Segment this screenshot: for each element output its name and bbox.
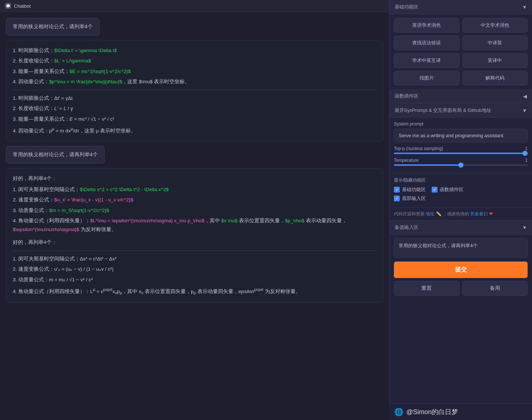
system-prompt-label: System prompt (394, 121, 528, 127)
temperature-slider-row: Temperature 1 (394, 158, 528, 166)
temperature-fill (394, 164, 461, 166)
temperature-track[interactable] (394, 164, 528, 166)
watermark: 🌐 @Simon的白日梦 (389, 403, 532, 420)
collapse-right-icon: ◀ (523, 94, 527, 99)
assistant-message-1: 1. 时间膨胀公式：$\Delta t' = \gamma \Delta t$ … (6, 40, 383, 142)
assistant-message-2: 好的，再列举4个： 1. 闵可夫斯基时空间隔公式：$\Delta s^2 = c… (6, 168, 383, 303)
btn-grammar-check[interactable]: 查找语法错误 (394, 36, 459, 50)
top-p-thumb[interactable] (522, 151, 528, 156)
btn-find-image[interactable]: 找图片 (394, 71, 459, 85)
heart-icon: ❤ (489, 211, 493, 216)
btn-academic-mutual[interactable]: 学术中英互译 (394, 53, 459, 68)
basic-functions-grid: 英语学术润色 中文学术润色 查找语法错误 中译英 学术中英互译 英译中 找图片 … (389, 14, 532, 89)
alt-input-header[interactable]: 备选输入区 ▼ (389, 220, 532, 235)
sysprompt-collapse-icon: ▼ (522, 108, 527, 113)
plugin-functions-header[interactable]: 函数插件区 ◀ (389, 89, 532, 103)
checkbox-bottom-input-box[interactable]: ✓ (394, 196, 400, 201)
contributors-link[interactable]: 开发者们 (470, 211, 488, 216)
reset-button[interactable]: 重置 (394, 281, 459, 296)
btn-en-to-zh[interactable]: 英译中 (462, 53, 528, 68)
chat-area: 常用的狭义相对论公式，请列举4个 1. 时间膨胀公式：$\Delta t' = … (0, 12, 389, 420)
top-p-fill (394, 153, 528, 154)
btn-zh-to-en[interactable]: 中译英 (462, 36, 528, 50)
weibo-icon: 🌐 (394, 408, 403, 416)
checkbox-row-2: ✓ 底部输入区 (394, 195, 528, 202)
temperature-label: Temperature (394, 158, 418, 163)
footer-links: 代码开源和更新 地址 ✏️ ，感谢热情的 开发者们 ❤ (389, 208, 532, 220)
checkbox-basic[interactable]: ✓ 基础功能区 (394, 186, 426, 193)
checkbox-bottom-input-label: 底部输入区 (402, 195, 426, 202)
top-p-label: Top-p (nucleus sampling) (394, 146, 443, 151)
sysprompt-header[interactable]: 展开SysPrompt & 交互界面布局 & Github地址 ▼ (389, 103, 532, 118)
top-p-track[interactable] (394, 153, 528, 154)
alt-input-field[interactable]: 常用的狭义相对论公式，请再列举4个 (394, 238, 528, 258)
temperature-thumb[interactable] (458, 162, 463, 168)
checkbox-basic-box[interactable]: ✓ (394, 187, 400, 193)
btn-english-academic[interactable]: 英语学术润色 (394, 18, 459, 33)
basic-functions-header[interactable]: 基础功能区 ▼ (389, 0, 532, 14)
visibility-section: 显示/隐藏功能区 ✓ 基础功能区 ✓ 函数插件区 ✓ 底部输入区 (389, 174, 532, 208)
bottom-buttons: 重置 备用 (394, 281, 528, 296)
checkbox-bottom-input[interactable]: ✓ 底部输入区 (394, 195, 426, 202)
checkbox-row-1: ✓ 基础功能区 ✓ 函数插件区 (394, 186, 528, 193)
top-p-slider-row: Top-p (nucleus sampling) 1 (394, 146, 528, 154)
sys-prompt-section: System prompt Serve me as a writing and … (389, 118, 532, 174)
alt-input-collapse-icon: ▼ (522, 225, 527, 230)
watermark-text: @Simon的白日梦 (406, 408, 458, 416)
chatbot-icon: 💬 (5, 3, 11, 9)
top-p-value: 1 (525, 146, 528, 151)
right-panel: 基础功能区 ▼ 英语学术润色 中文学术润色 查找语法错误 中译英 学术中英互译 … (389, 0, 532, 420)
checkbox-basic-label: 基础功能区 (402, 186, 426, 193)
left-panel: 💬 Chatbot 常用的狭义相对论公式，请列举4个 1. 时间膨胀公式：$\D… (0, 0, 389, 420)
checkbox-plugin-label: 函数插件区 (440, 186, 463, 193)
btn-explain-code[interactable]: 解释代码 (462, 71, 528, 85)
title-bar: 💬 Chatbot (0, 0, 389, 12)
app-title: Chatbot (14, 3, 31, 9)
submit-button[interactable]: 提交 (394, 262, 528, 278)
user-message-2: 常用的狭义相对论公式，请再列举4个 (6, 146, 105, 164)
user-message-1: 常用的狭义相对论公式，请列举4个 (6, 18, 100, 36)
temperature-value: 1 (525, 158, 528, 163)
system-prompt-value[interactable]: Serve me as a writing and programming as… (394, 129, 528, 142)
checkbox-plugin-box[interactable]: ✓ (432, 187, 437, 193)
btn-chinese-academic[interactable]: 中文学术润色 (462, 18, 528, 33)
github-link[interactable]: 地址 (426, 211, 435, 216)
collapse-icon: ▼ (522, 4, 527, 10)
checkbox-plugin[interactable]: ✓ 函数插件区 (432, 186, 463, 193)
alt-input-section: 常用的狭义相对论公式，请再列举4个 提交 重置 备用 (389, 235, 532, 299)
reserve-button[interactable]: 备用 (462, 281, 528, 296)
visibility-label: 显示/隐藏功能区 (394, 177, 528, 183)
